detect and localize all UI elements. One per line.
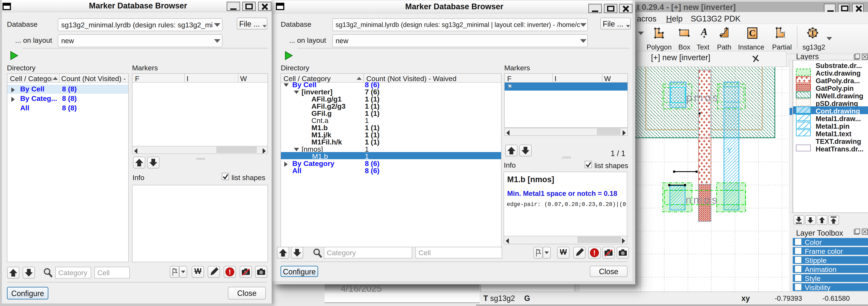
svg-text:Y: Y (727, 146, 732, 155)
svg-text:!: ! (593, 249, 595, 257)
svg-text:A: A (701, 27, 708, 37)
svg-text:C: C (749, 28, 756, 38)
svg-text:nmos: nmos (685, 194, 719, 206)
svg-text:!: ! (228, 268, 231, 276)
svg-text:T: T (810, 29, 815, 37)
svg-text:pmos: pmos (686, 91, 719, 104)
